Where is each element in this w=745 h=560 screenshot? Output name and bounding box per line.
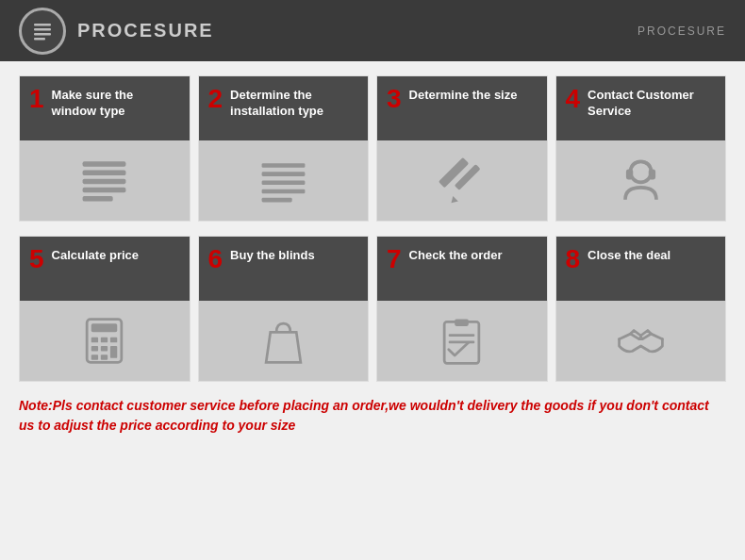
step-title-4: Contact Customer Service [588,86,716,120]
steps-row-2: 5 Calculate price [19,236,726,382]
step-number-7: 7 [387,246,402,272]
svg-rect-22 [91,338,98,343]
step-title-2: Determine the installation type [230,86,358,120]
step-header-4: 4 Contact Customer Service [556,76,726,140]
svg-rect-27 [110,346,117,358]
svg-marker-15 [452,196,458,203]
svg-rect-9 [261,163,305,168]
svg-rect-1 [34,28,51,31]
step-icon-area-3 [377,140,547,221]
step-icon-area-5 [20,301,190,381]
step-icon-area-1 [20,140,190,221]
main-content: 1 Make sure the window type 2 Determine … [0,61,745,450]
svg-rect-18 [627,171,633,179]
header: PROCESURE PROCESURE [0,0,745,61]
step-number-1: 1 [29,86,44,112]
step-number-5: 5 [29,246,44,272]
step-card-7: 7 Check the order [376,236,548,382]
step-card-5: 5 Calculate price [19,236,190,382]
svg-rect-32 [449,334,475,337]
svg-rect-25 [91,346,98,352]
step-title-8: Close the deal [588,246,670,264]
steps-row-1: 1 Make sure the window type 2 Determine … [19,75,726,222]
header-title: PROCESURE [77,20,214,41]
step-number-3: 3 [387,86,402,112]
step-icon-area-8 [556,301,726,381]
step-card-6: 6 Buy the blinds [198,236,370,382]
headset-icon [615,155,667,206]
step-title-6: Buy the blinds [230,246,315,264]
step-card-8: 8 Close the deal [555,236,727,382]
step-card-1: 1 Make sure the window type [19,75,190,222]
svg-rect-8 [83,196,113,202]
step-number-8: 8 [566,246,581,272]
svg-rect-7 [83,188,126,193]
tools-icon [436,155,488,206]
step-title-5: Calculate price [52,246,140,264]
svg-rect-31 [455,320,469,326]
logo-icon [19,8,66,55]
header-brand: PROCESURE [637,25,726,38]
step-header-6: 6 Buy the blinds [199,237,369,301]
clipboard-check-icon [436,315,488,367]
step-icon-area-7 [377,301,547,381]
step-card-4: 4 Contact Customer Service [555,75,727,222]
list-icon [78,155,130,206]
step-header-2: 2 Determine the installation type [199,76,369,140]
step-header-7: 7 Check the order [377,237,547,301]
svg-rect-12 [261,189,305,194]
logo: PROCESURE [19,8,214,55]
note-text: Note:Pls contact customer service before… [19,396,726,436]
step-title-1: Make sure the window type [52,86,180,120]
svg-rect-10 [261,172,305,176]
svg-rect-28 [91,354,98,360]
step-number-4: 4 [566,86,581,112]
step-header-3: 3 Determine the size [377,76,547,140]
svg-rect-23 [101,338,108,343]
svg-rect-0 [34,24,51,26]
svg-rect-4 [83,161,126,167]
step-header-1: 1 Make sure the window type [20,76,190,140]
svg-rect-19 [649,171,654,179]
list2-icon [257,155,309,206]
step-header-8: 8 Close the deal [556,237,726,301]
svg-rect-21 [91,323,118,332]
svg-rect-2 [34,33,51,36]
step-number-6: 6 [208,246,224,272]
handshake-icon [615,315,667,367]
step-card-2: 2 Determine the installation type [198,75,370,222]
svg-rect-5 [83,171,126,176]
calculator-icon [78,315,130,367]
svg-rect-33 [449,341,475,344]
svg-rect-13 [261,198,291,203]
svg-rect-29 [101,354,108,360]
shopping-bag-icon [257,315,309,367]
step-icon-area-2 [199,140,369,221]
step-header-5: 5 Calculate price [20,237,190,301]
svg-rect-3 [34,38,45,41]
svg-rect-24 [110,338,117,343]
step-title-3: Determine the size [409,86,518,104]
svg-rect-11 [261,181,305,186]
svg-rect-26 [101,346,108,352]
step-title-7: Check the order [409,246,503,264]
step-number-2: 2 [208,86,224,112]
step-icon-area-6 [199,301,369,381]
step-card-3: 3 Determine the size [376,75,548,222]
step-icon-area-4 [556,140,726,221]
svg-rect-6 [83,179,126,185]
